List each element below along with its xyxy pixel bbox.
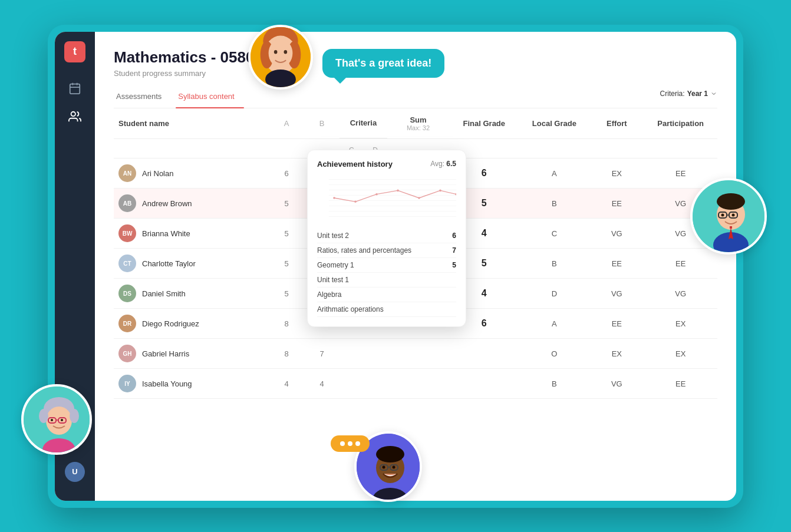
typing-indicator xyxy=(331,435,370,452)
table-row[interactable]: GH Gabriel Harris 8 7 O EX EX xyxy=(114,339,717,369)
student-name-cell: AB Andrew Brown xyxy=(114,189,269,219)
achievement-popup: Achievement history Avg: 6.5 xyxy=(307,150,466,327)
criteria-a: 6 xyxy=(269,158,304,189)
effort: EE xyxy=(589,249,644,279)
tab-assessments[interactable]: Assessments xyxy=(114,87,171,108)
svg-point-61 xyxy=(333,197,335,199)
floating-girl-avatar xyxy=(21,384,92,455)
student-avatar: DS xyxy=(118,285,136,302)
student-name-cell: CT Charlotte Taylor xyxy=(114,249,269,279)
criteria-a: 8 xyxy=(269,339,304,369)
col-header-criteria: Criteria xyxy=(340,108,387,139)
popup-item-value: 5 xyxy=(452,261,456,269)
criteria-a: 5 xyxy=(269,219,304,249)
col-header-b: B xyxy=(304,108,340,139)
criteria-a: 5 xyxy=(269,189,304,219)
criteria-b: 7 xyxy=(304,339,340,369)
svg-point-38 xyxy=(393,465,395,468)
student-avatar: AN xyxy=(118,164,136,182)
student-name: Gabriel Harris xyxy=(142,349,189,358)
participation: EE xyxy=(644,249,717,279)
svg-point-28 xyxy=(39,409,48,423)
student-name: Ari Nolan xyxy=(142,169,173,178)
criteria-selector[interactable]: Criteria: Year 1 xyxy=(660,90,717,105)
final-grade xyxy=(449,339,519,369)
student-avatar: GH xyxy=(118,345,136,362)
criteria-a: 5 xyxy=(269,249,304,279)
svg-point-5 xyxy=(269,39,293,67)
svg-point-67 xyxy=(455,193,456,195)
app-logo[interactable]: t xyxy=(64,41,85,62)
floating-boy-avatar xyxy=(690,178,767,255)
sum-value xyxy=(387,339,449,369)
svg-point-37 xyxy=(383,465,385,468)
student-avatar: IY xyxy=(118,375,136,392)
participation: EX xyxy=(644,309,717,339)
effort: EX xyxy=(589,339,644,369)
svg-point-27 xyxy=(61,419,63,421)
criteria-d xyxy=(363,369,387,399)
local-grade: O xyxy=(519,339,589,369)
sidebar-item-calendar[interactable] xyxy=(63,77,87,100)
effort: VG xyxy=(589,369,644,399)
participation: EX xyxy=(644,339,717,369)
effort: VG xyxy=(589,279,644,309)
popup-list-item: Unit test 2 6 xyxy=(317,229,456,243)
popup-item-value: 7 xyxy=(452,246,456,255)
criteria-c xyxy=(340,339,363,369)
tab-bar: Assessments Syllabus content Criteria: Y… xyxy=(114,87,717,108)
student-name-cell: DS Daniel Smith xyxy=(114,279,269,309)
popup-item-label: Algebra xyxy=(317,290,341,299)
svg-point-44 xyxy=(71,111,75,115)
popup-item-label: Unit test 1 xyxy=(317,276,349,284)
popup-item-value: 6 xyxy=(452,232,456,240)
achievement-chart: 8 7 6 5 4 3 2 1 xyxy=(329,174,456,222)
chevron-down-icon xyxy=(710,90,717,97)
student-name: Diego Rodriguez xyxy=(142,319,199,328)
svg-point-65 xyxy=(418,197,420,199)
local-grade: B xyxy=(519,369,589,399)
svg-point-29 xyxy=(70,409,79,423)
student-avatar: BW xyxy=(118,224,136,242)
participation: EE xyxy=(644,369,717,399)
student-name: Brianna White xyxy=(142,229,190,238)
col-header-final-grade: Final Grade xyxy=(449,108,519,139)
local-grade: B xyxy=(519,249,589,279)
effort: VG xyxy=(589,219,644,249)
student-name: Andrew Brown xyxy=(142,199,192,208)
student-avatar: DR xyxy=(118,315,136,332)
svg-point-63 xyxy=(375,193,378,195)
col-header-sum: Sum Max: 32 xyxy=(387,108,449,139)
svg-rect-40 xyxy=(70,84,80,94)
local-grade: B xyxy=(519,189,589,219)
sidebar-item-users[interactable] xyxy=(63,105,87,128)
svg-point-62 xyxy=(354,200,357,203)
svg-point-66 xyxy=(439,189,441,191)
popup-item-label: Ratios, rates and percentages xyxy=(317,246,411,255)
main-content: Mathematics - 0580 Student progress summ… xyxy=(95,32,736,501)
tab-syllabus[interactable]: Syllabus content xyxy=(176,87,243,108)
svg-point-26 xyxy=(51,419,53,421)
popup-list-item: Unit test 1 xyxy=(317,273,456,288)
criteria-a: 4 xyxy=(269,369,304,399)
user-avatar[interactable]: U xyxy=(65,462,85,482)
svg-rect-19 xyxy=(730,226,732,229)
student-avatar: CT xyxy=(118,255,136,272)
student-name-cell: GH Gabriel Harris xyxy=(114,339,269,369)
col-header-a: A xyxy=(269,108,304,139)
popup-list: Unit test 2 6 Ratios, rates and percenta… xyxy=(317,229,456,317)
svg-point-15 xyxy=(721,213,724,216)
col-header-participation: Participation xyxy=(644,108,717,139)
svg-point-7 xyxy=(284,50,288,54)
table-row[interactable]: IY Isabella Young 4 4 B VG EE xyxy=(114,369,717,399)
participation: VG xyxy=(644,279,717,309)
popup-list-item: Ratios, rates and percentages 7 xyxy=(317,243,456,258)
col-header-student: Student name xyxy=(114,108,269,139)
popup-item-label: Arithmatic operations xyxy=(317,305,384,313)
popup-item-label: Unit test 2 xyxy=(317,232,349,240)
svg-point-6 xyxy=(274,50,278,54)
effort: EE xyxy=(589,189,644,219)
student-avatar: AB xyxy=(118,194,136,212)
svg-point-16 xyxy=(732,213,735,216)
criteria-d xyxy=(363,339,387,369)
